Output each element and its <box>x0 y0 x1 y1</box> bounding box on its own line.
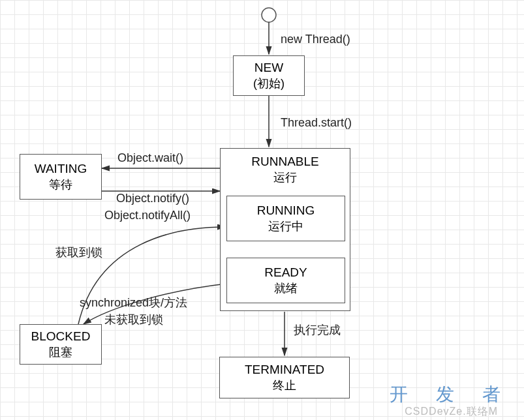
state-waiting-title: WAITING <box>35 161 87 177</box>
label-thread-start: Thread.start() <box>281 116 352 130</box>
state-new: NEW (初始) <box>233 55 305 96</box>
label-object-wait: Object.wait() <box>117 151 183 165</box>
label-new-thread: new Thread() <box>281 33 350 46</box>
state-waiting-sub: 等待 <box>49 177 72 192</box>
label-got-lock: 获取到锁 <box>55 245 102 260</box>
state-running-sub: 运行中 <box>268 219 303 234</box>
label-not-got-lock: 未获取到锁 <box>104 312 163 327</box>
watermark-brand: 开 发 者 <box>390 382 512 407</box>
label-exec-done: 执行完成 <box>294 322 341 338</box>
state-blocked: BLOCKED 阻塞 <box>20 324 102 365</box>
label-object-notify: Object.notify() <box>116 192 189 205</box>
watermark-csdn: CSDDevZe.联络M <box>405 405 498 419</box>
label-sync-block: synchronized块/方法 <box>80 295 187 310</box>
state-waiting: WAITING 等待 <box>20 154 102 200</box>
label-notify-all: Object.notifyAll() <box>104 209 191 222</box>
state-new-title: NEW <box>254 60 283 76</box>
state-blocked-title: BLOCKED <box>31 329 91 345</box>
state-terminated: TERMINATED 终止 <box>219 357 350 398</box>
state-terminated-sub: 终止 <box>273 378 296 393</box>
state-ready-sub: 就绪 <box>274 281 298 296</box>
state-ready-title: READY <box>264 265 307 281</box>
state-terminated-title: TERMINATED <box>245 362 324 378</box>
state-ready: READY 就绪 <box>226 258 345 303</box>
state-new-sub: (初始) <box>253 76 285 91</box>
state-runnable-sub: 运行 <box>273 170 297 185</box>
state-blocked-sub: 阻塞 <box>49 345 72 360</box>
state-running: RUNNING 运行中 <box>226 196 345 241</box>
state-running-title: RUNNING <box>257 203 315 219</box>
state-runnable-title: RUNNABLE <box>251 154 318 170</box>
